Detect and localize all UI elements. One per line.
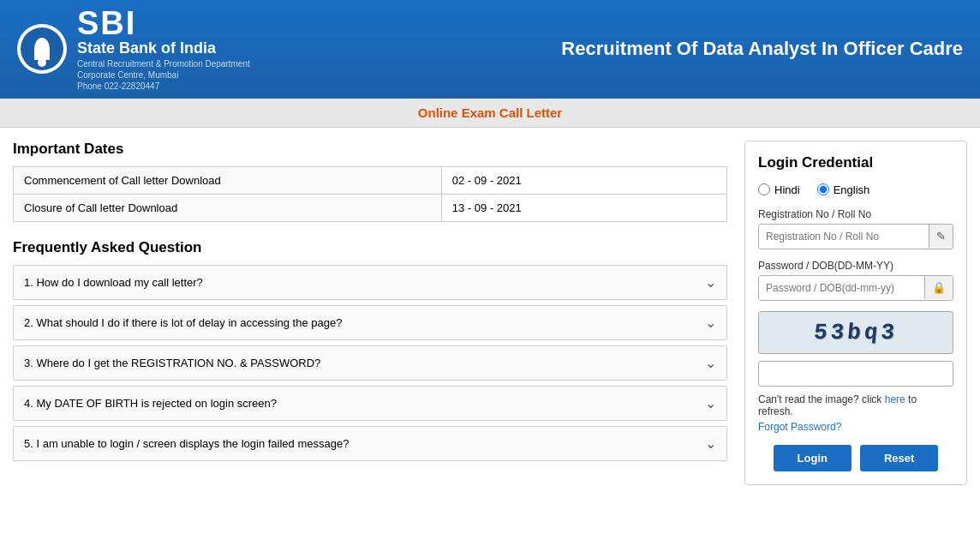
- chevron-down-icon-5: ⌄: [705, 435, 716, 452]
- sbi-sub3: Phone 022-22820447: [77, 81, 250, 92]
- pwd-input[interactable]: [759, 276, 924, 300]
- captcha-note: Can't read the image? click here to refr…: [758, 393, 953, 417]
- logo-section: SBI State Bank of India Central Recruitm…: [17, 7, 250, 92]
- faq-header-2[interactable]: 2. What should I do if there is lot of d…: [14, 306, 726, 339]
- date-label-2: Closure of Call letter Download: [14, 194, 442, 221]
- captcha-note-text: Can't read the image? click: [758, 393, 881, 405]
- password-field-group: Password / DOB(DD-MM-YY) 🔒: [758, 260, 953, 301]
- date-value-1: 02 - 09 - 2021: [441, 166, 726, 194]
- forgot-password-link[interactable]: Forgot Password?: [758, 421, 953, 433]
- hindi-radio-label[interactable]: Hindi: [758, 183, 800, 196]
- faq-question-3: 3. Where do I get the REGISTRATION NO. &…: [24, 357, 320, 369]
- login-button[interactable]: Login: [774, 445, 852, 471]
- login-panel: Login Credential Hindi English Registrat…: [744, 141, 967, 485]
- main-content: Important Dates Commencement of Call let…: [0, 128, 980, 498]
- chevron-down-icon-3: ⌄: [705, 355, 716, 371]
- dates-table: Commencement of Call letter Download 02 …: [13, 166, 727, 222]
- faq-item-3[interactable]: 3. Where do I get the REGISTRATION NO. &…: [13, 345, 727, 381]
- captcha-image: 53bq3: [758, 311, 953, 354]
- english-radio[interactable]: [817, 183, 829, 195]
- faq-question-2: 2. What should I do if there is lot of d…: [24, 316, 342, 329]
- reg-input-wrapper: ✎: [758, 224, 953, 249]
- table-row: Closure of Call letter Download 13 - 09 …: [14, 194, 727, 221]
- hindi-radio[interactable]: [758, 183, 770, 195]
- page-header: SBI State Bank of India Central Recruitm…: [0, 0, 980, 99]
- faq-item-1[interactable]: 1. How do I download my call letter? ⌄: [13, 265, 727, 300]
- faq-header-1[interactable]: 1. How do I download my call letter? ⌄: [14, 266, 726, 299]
- pwd-input-wrapper: 🔒: [758, 275, 953, 301]
- language-selection: Hindi English: [758, 183, 953, 196]
- table-row: Commencement of Call letter Download 02 …: [14, 166, 727, 194]
- faq-question-4: 4. My DATE OF BIRTH is rejected on login…: [24, 397, 277, 410]
- faq-header-5[interactable]: 5. I am unable to login / screen display…: [14, 427, 726, 460]
- sbi-full-name: State Bank of India: [77, 39, 250, 58]
- reg-input[interactable]: [759, 225, 929, 249]
- date-label-1: Commencement of Call letter Download: [14, 166, 442, 194]
- faq-question-1: 1. How do I download my call letter?: [24, 276, 203, 289]
- chevron-down-icon-1: ⌄: [705, 274, 716, 291]
- captcha-input[interactable]: [758, 361, 953, 387]
- captcha-text: 53bq3: [813, 320, 899, 345]
- faq-title: Frequently Asked Question: [13, 239, 727, 256]
- pwd-label: Password / DOB(DD-MM-YY): [758, 260, 953, 272]
- chevron-down-icon-2: ⌄: [705, 315, 716, 331]
- reset-button[interactable]: Reset: [860, 445, 938, 471]
- captcha-refresh-link[interactable]: here: [885, 393, 905, 405]
- login-title: Login Credential: [758, 154, 953, 171]
- english-radio-label[interactable]: English: [817, 183, 870, 196]
- faq-item-4[interactable]: 4. My DATE OF BIRTH is rejected on login…: [13, 386, 727, 421]
- action-buttons: Login Reset: [758, 445, 953, 471]
- reg-label: Registration No / Roll No: [758, 208, 953, 220]
- faq-item-5[interactable]: 5. I am unable to login / screen display…: [13, 426, 727, 461]
- sbi-text: SBI State Bank of India Central Recruitm…: [77, 7, 250, 92]
- faq-header-4[interactable]: 4. My DATE OF BIRTH is rejected on login…: [14, 387, 726, 420]
- lock-icon[interactable]: 🔒: [924, 276, 953, 299]
- english-label: English: [834, 183, 870, 196]
- chevron-down-icon-4: ⌄: [705, 395, 716, 411]
- sub-header-label: Online Exam Call Letter: [418, 105, 562, 120]
- sub-header-bar: Online Exam Call Letter: [0, 99, 980, 128]
- date-value-2: 13 - 09 - 2021: [441, 194, 726, 221]
- sbi-logo-circle: [17, 24, 67, 74]
- faq-item-2[interactable]: 2. What should I do if there is lot of d…: [13, 305, 727, 340]
- sbi-abbr: SBI: [77, 7, 250, 39]
- sbi-sub1: Central Recruitment & Promotion Departme…: [77, 58, 250, 69]
- left-panel: Important Dates Commencement of Call let…: [13, 141, 744, 466]
- hindi-label: Hindi: [774, 183, 800, 196]
- registration-field-group: Registration No / Roll No ✎: [758, 208, 953, 249]
- sbi-sub2: Corporate Centre, Mumbai: [77, 69, 250, 81]
- faq-header-3[interactable]: 3. Where do I get the REGISTRATION NO. &…: [14, 346, 726, 380]
- important-dates-title: Important Dates: [13, 141, 727, 158]
- faq-question-5: 5. I am unable to login / screen display…: [24, 437, 349, 450]
- page-title: Recruitment Of Data Analyst In Officer C…: [561, 38, 963, 60]
- edit-icon[interactable]: ✎: [929, 225, 953, 248]
